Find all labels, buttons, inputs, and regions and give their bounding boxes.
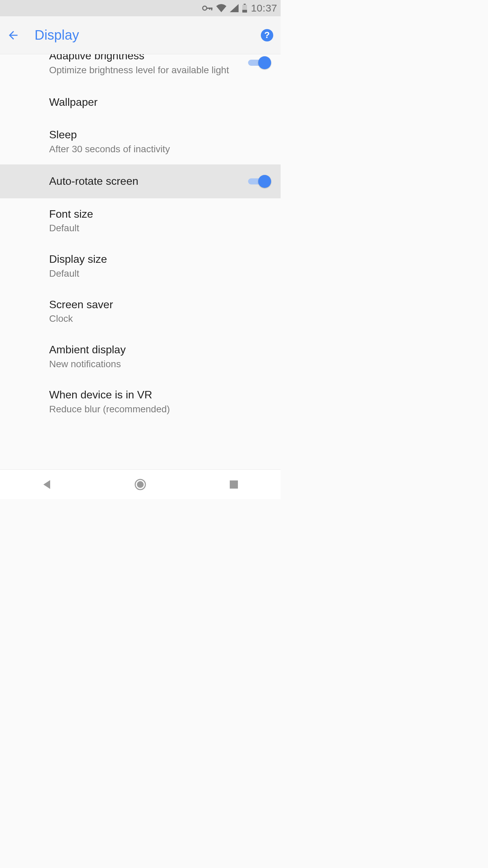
svg-rect-6 — [242, 10, 247, 13]
setting-display-size[interactable]: Display size Default — [0, 243, 281, 289]
battery-icon — [242, 4, 247, 13]
setting-subtitle: New notifications — [49, 358, 264, 371]
setting-subtitle: Optimize brightness level for available … — [49, 64, 241, 77]
setting-title: Adaptive brightness — [49, 54, 241, 63]
setting-title: Font size — [49, 207, 264, 221]
setting-subtitle: Reduce blur (recommended) — [49, 403, 264, 416]
setting-subtitle: Default — [49, 222, 264, 235]
svg-point-0 — [203, 6, 207, 10]
status-bar: 10:37 — [0, 0, 281, 16]
setting-sleep[interactable]: Sleep After 30 seconds of inactivity — [0, 119, 281, 164]
adaptive-brightness-toggle[interactable] — [248, 56, 270, 70]
setting-subtitle: Default — [49, 267, 264, 280]
auto-rotate-toggle[interactable] — [248, 175, 270, 188]
svg-text:?: ? — [264, 30, 270, 40]
settings-list: Adaptive brightness Optimize brightness … — [0, 54, 281, 469]
setting-ambient-display[interactable]: Ambient display New notifications — [0, 334, 281, 379]
setting-adaptive-brightness[interactable]: Adaptive brightness Optimize brightness … — [0, 54, 281, 85]
svg-rect-4 — [244, 4, 246, 5]
setting-subtitle: After 30 seconds of inactivity — [49, 143, 264, 156]
setting-vr[interactable]: When device is in VR Reduce blur (recomm… — [0, 379, 281, 424]
setting-title: Screen saver — [49, 298, 264, 312]
svg-point-10 — [137, 481, 144, 488]
nav-recents-button[interactable] — [217, 474, 251, 495]
setting-font-size[interactable]: Font size Default — [0, 198, 281, 243]
wifi-icon — [216, 4, 226, 12]
setting-screen-saver[interactable]: Screen saver Clock — [0, 289, 281, 334]
setting-title: When device is in VR — [49, 388, 264, 402]
nav-home-button[interactable] — [123, 474, 157, 495]
app-bar: Display ? — [0, 16, 281, 54]
setting-title: Auto-rotate screen — [49, 174, 241, 189]
back-icon[interactable] — [7, 29, 20, 42]
svg-rect-3 — [209, 8, 210, 10]
setting-title: Ambient display — [49, 343, 264, 357]
help-icon[interactable]: ? — [260, 28, 274, 42]
setting-title: Sleep — [49, 128, 264, 142]
cellular-signal-icon — [230, 4, 239, 12]
svg-rect-11 — [230, 480, 238, 489]
svg-rect-2 — [211, 8, 212, 11]
status-time: 10:37 — [251, 2, 277, 14]
setting-title: Wallpaper — [49, 95, 264, 110]
setting-wallpaper[interactable]: Wallpaper — [0, 85, 281, 119]
setting-subtitle: Clock — [49, 312, 264, 325]
setting-title: Display size — [49, 252, 264, 267]
vpn-key-icon — [202, 4, 213, 12]
setting-auto-rotate[interactable]: Auto-rotate screen — [0, 164, 281, 198]
nav-back-button[interactable] — [30, 474, 64, 495]
page-title: Display — [35, 27, 245, 43]
nav-bar — [0, 469, 281, 499]
